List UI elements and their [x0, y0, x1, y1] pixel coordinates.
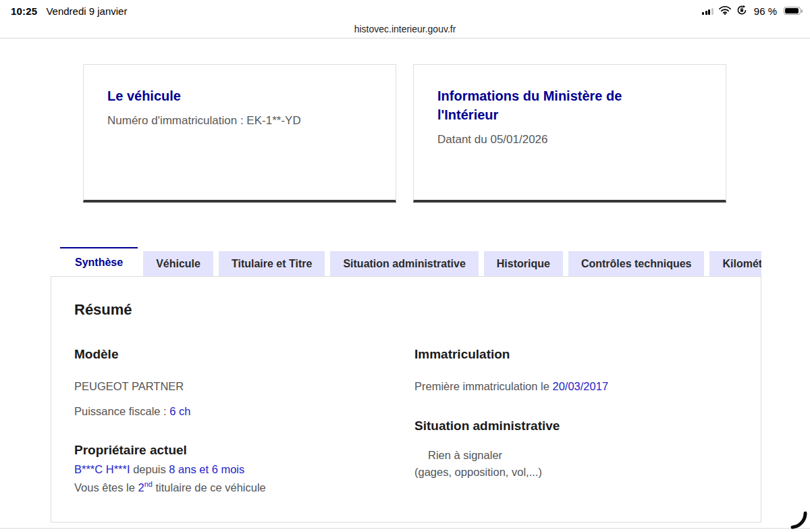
owner-since-value: 8 ans et 6 mois	[169, 463, 244, 475]
holder-suffix: titulaire de ce véhicule	[153, 481, 266, 493]
summary-heading: Résumé	[74, 301, 738, 319]
battery-percent: 96 %	[754, 5, 777, 17]
cellular-signal-icon	[702, 7, 713, 15]
status-date: Vendredi 9 janvier	[46, 5, 127, 17]
holder-ordinal: nd	[144, 480, 153, 488]
fiscal-power-value: 6 ch	[169, 405, 190, 417]
ministry-card-date: Datant du 05/01/2026	[437, 133, 702, 147]
vehicle-card-plate: Numéro d'immatriculation : EK-1**-YD	[107, 114, 372, 128]
tab-kilometrage[interactable]: Kilométrage	[709, 251, 761, 276]
admin-status-note: (gages, opposition, vol,...)	[414, 464, 738, 481]
rotation-lock-icon	[736, 5, 747, 18]
fiscal-power-line: Puissance fiscale : 6 ch	[74, 403, 414, 421]
loading-spinner-arc	[787, 509, 809, 531]
report-section: Synthèse Véhicule Titulaire et Titre Sit…	[51, 246, 761, 523]
owner-since-label: depuis	[130, 463, 169, 475]
header-cards: Le véhicule Numéro d'immatriculation : E…	[83, 64, 726, 203]
holder-prefix: Vous êtes le	[74, 481, 138, 493]
wifi-icon	[719, 5, 731, 17]
first-registration-line: Première immatriculation le 20/03/2017	[414, 378, 738, 396]
ministry-card-title: Informations du Ministère de l'Intérieur	[437, 86, 664, 124]
vehicle-card-title: Le véhicule	[107, 86, 372, 105]
tab-controles-techniques[interactable]: Contrôles techniques	[568, 251, 705, 276]
summary-right-column: Immatriculation Première immatriculation…	[414, 347, 738, 496]
model-name: PEUGEOT PARTNER	[74, 378, 414, 396]
fiscal-power-label: Puissance fiscale :	[74, 405, 169, 417]
owner-heading: Propriétaire actuel	[74, 443, 414, 458]
first-registration-label: Première immatriculation le	[414, 380, 552, 392]
owner-name: B***C H***I	[74, 463, 130, 475]
status-bar: 10:25 Vendredi 9 janvier 96 %	[0, 0, 810, 20]
tab-titulaire-et-titre[interactable]: Titulaire et Titre	[219, 251, 325, 276]
holder-rank: 2	[138, 481, 144, 493]
tab-historique[interactable]: Historique	[484, 251, 563, 276]
admin-status-value: Rien à signaler	[414, 447, 738, 464]
tab-situation-administrative[interactable]: Situation administrative	[330, 251, 478, 276]
ministry-card: Informations du Ministère de l'Intérieur…	[413, 64, 726, 203]
tab-vehicule[interactable]: Véhicule	[143, 251, 213, 276]
clock: 10:25	[11, 5, 37, 17]
battery-icon	[784, 7, 801, 15]
synthese-panel: Résumé Modèle PEUGEOT PARTNER Puissance …	[51, 276, 761, 523]
first-registration-date: 20/03/2017	[552, 380, 608, 392]
footer-divider	[0, 528, 810, 529]
admin-status-heading: Situation administrative	[414, 419, 738, 433]
model-heading: Modèle	[74, 347, 414, 362]
registration-heading: Immatriculation	[414, 347, 738, 362]
vehicle-card: Le véhicule Numéro d'immatriculation : E…	[83, 64, 396, 203]
browser-toolbar: histovec.interieur.gouv.fr	[0, 20, 810, 38]
owner-line: B***C H***I depuis 8 ans et 6 mois	[74, 461, 414, 479]
address-bar[interactable]: histovec.interieur.gouv.fr	[354, 24, 456, 34]
tab-list: Synthèse Véhicule Titulaire et Titre Sit…	[51, 246, 761, 276]
holder-rank-line: Vous êtes le 2nd titulaire de ce véhicul…	[74, 479, 414, 496]
summary-left-column: Modèle PEUGEOT PARTNER Puissance fiscale…	[74, 347, 414, 496]
tab-synthese[interactable]: Synthèse	[60, 247, 138, 276]
